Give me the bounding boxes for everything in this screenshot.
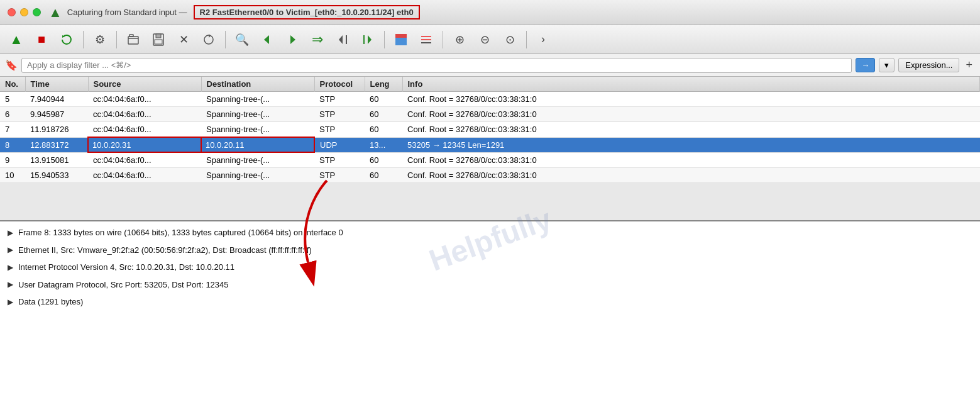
colorize-button[interactable] bbox=[390, 28, 412, 51]
cell-protocol: STP bbox=[314, 122, 365, 138]
cell-length: 60 bbox=[365, 168, 402, 183]
svg-marker-7 bbox=[264, 35, 269, 44]
table-header: No. Time Source Destination Protocol Len… bbox=[0, 77, 980, 92]
close-button[interactable] bbox=[8, 8, 16, 16]
detail-item[interactable]: ▶Frame 8: 1333 bytes on wire (10664 bits… bbox=[0, 224, 980, 242]
apply-filter-button[interactable]: → bbox=[856, 58, 875, 72]
detail-text: Internet Protocol Version 4, Src: 10.0.2… bbox=[18, 261, 234, 274]
maximize-button[interactable] bbox=[33, 8, 41, 16]
cell-destination: Spanning-tree-(... bbox=[201, 122, 314, 138]
table-row[interactable]: 812.88317210.0.20.3110.0.20.11UDP13...53… bbox=[0, 137, 980, 152]
cell-source: cc:04:04:6a:f0... bbox=[88, 107, 201, 122]
cell-info: 53205 → 12345 Len=1291 bbox=[402, 137, 980, 152]
col-header-time: Time bbox=[25, 77, 88, 92]
cell-time: 9.945987 bbox=[25, 107, 88, 122]
expand-arrow-icon[interactable]: ▶ bbox=[8, 244, 13, 255]
cell-info: Conf. Root = 32768/0/cc:03:38:31:0 bbox=[402, 107, 980, 122]
svg-rect-1 bbox=[128, 36, 138, 44]
goto-button[interactable]: ⇒ bbox=[306, 28, 329, 51]
expression-button[interactable]: Expression... bbox=[898, 58, 959, 72]
cell-protocol: STP bbox=[314, 152, 365, 168]
more-button[interactable]: › bbox=[532, 28, 554, 51]
expand-arrow-icon[interactable]: ▶ bbox=[8, 262, 13, 273]
cell-length: 60 bbox=[365, 107, 402, 122]
content-area: Helpfully No. Time Source Destination Pr… bbox=[0, 77, 980, 402]
save-file-button[interactable] bbox=[147, 28, 170, 51]
preferences-button[interactable]: ⚙ bbox=[89, 28, 111, 51]
detail-text: User Datagram Protocol, Src Port: 53205,… bbox=[18, 279, 229, 291]
filter-dropdown-button[interactable]: ▾ bbox=[879, 58, 895, 72]
col-header-destination: Destination bbox=[201, 77, 314, 92]
cell-protocol: STP bbox=[314, 107, 365, 122]
back-button[interactable] bbox=[256, 28, 278, 51]
detail-item[interactable]: ▶Internet Protocol Version 4, Src: 10.0.… bbox=[0, 259, 980, 276]
wireshark-icon: ▲ bbox=[48, 4, 62, 21]
open-file-button[interactable] bbox=[122, 28, 145, 51]
cell-destination: Spanning-tree-(... bbox=[201, 107, 314, 122]
col-header-no: No. bbox=[0, 77, 25, 92]
search-button[interactable]: 🔍 bbox=[231, 28, 253, 51]
detail-pane: ▶Frame 8: 1333 bytes on wire (10664 bits… bbox=[0, 221, 980, 402]
restart-capture-button[interactable] bbox=[55, 28, 78, 51]
cell-source: cc:04:04:6a:f0... bbox=[88, 122, 201, 138]
expand-arrow-icon[interactable]: ▶ bbox=[8, 279, 13, 290]
close-file-button[interactable]: ✕ bbox=[172, 28, 195, 51]
cell-destination: Spanning-tree-(... bbox=[201, 168, 314, 183]
traffic-lights bbox=[8, 8, 41, 16]
filterbar: 🔖 → ▾ Expression... + bbox=[0, 54, 980, 77]
cell-time: 7.940944 bbox=[25, 92, 88, 107]
cell-destination: Spanning-tree-(... bbox=[201, 92, 314, 107]
packet-list[interactable]: No. Time Source Destination Protocol Len… bbox=[0, 77, 980, 221]
last-packet-button[interactable] bbox=[356, 28, 379, 51]
titlebar: ▲ Capturing from Standard input — R2 Fas… bbox=[0, 0, 980, 25]
first-packet-button[interactable] bbox=[331, 28, 354, 51]
zoom-reset-button[interactable]: ⊙ bbox=[498, 28, 521, 51]
autoscroll-button[interactable] bbox=[415, 28, 438, 51]
cell-source: cc:04:04:6a:f0... bbox=[88, 152, 201, 168]
cell-protocol: UDP bbox=[314, 137, 365, 152]
cell-no: 5 bbox=[0, 92, 25, 107]
expand-arrow-icon[interactable]: ▶ bbox=[8, 296, 13, 308]
cell-source: cc:04:04:6a:f0... bbox=[88, 168, 201, 183]
cell-time: 13.915081 bbox=[25, 152, 88, 168]
zoom-in-button[interactable]: ⊕ bbox=[448, 28, 471, 51]
toolbar: ▲ ■ ⚙ ✕ 🔍 ⇒ ⊕ ⊖ ⊙ › bbox=[0, 25, 980, 54]
detail-text: Frame 8: 1333 bytes on wire (10664 bits)… bbox=[18, 226, 343, 239]
separator-6 bbox=[526, 31, 527, 48]
filter-arrow-icon: → bbox=[861, 60, 869, 70]
cell-length: 13... bbox=[365, 137, 402, 152]
forward-button[interactable] bbox=[281, 28, 304, 51]
filter-input[interactable] bbox=[21, 58, 852, 73]
title-prefix: Capturing from Standard input — bbox=[67, 8, 187, 17]
start-capture-button[interactable]: ▲ bbox=[5, 28, 28, 51]
table-row[interactable]: 913.915081cc:04:04:6a:f0...Spanning-tree… bbox=[0, 152, 980, 168]
detail-item[interactable]: ▶Ethernet II, Src: Vmware_9f:2f:a2 (00:5… bbox=[0, 242, 980, 259]
col-header-length: Leng bbox=[365, 77, 402, 92]
separator-2 bbox=[116, 31, 117, 48]
zoom-out-button[interactable]: ⊖ bbox=[473, 28, 496, 51]
table-row[interactable]: 69.945987cc:04:04:6a:f0...Spanning-tree-… bbox=[0, 107, 980, 122]
detail-item[interactable]: ▶Data (1291 bytes) bbox=[0, 293, 980, 311]
col-header-info: Info bbox=[402, 77, 980, 92]
cell-no: 6 bbox=[0, 107, 25, 122]
cell-protocol: STP bbox=[314, 92, 365, 107]
minimize-button[interactable] bbox=[20, 8, 28, 16]
table-row[interactable]: 711.918726cc:04:04:6a:f0...Spanning-tree… bbox=[0, 122, 980, 138]
col-header-protocol: Protocol bbox=[314, 77, 365, 92]
cell-length: 60 bbox=[365, 152, 402, 168]
cell-info: Conf. Root = 32768/0/cc:03:38:31:0 bbox=[402, 152, 980, 168]
cell-destination: 10.0.20.11 bbox=[201, 137, 314, 152]
cell-length: 60 bbox=[365, 122, 402, 138]
cell-protocol: STP bbox=[314, 168, 365, 183]
expand-arrow-icon[interactable]: ▶ bbox=[8, 227, 13, 238]
cell-no: 9 bbox=[0, 152, 25, 168]
add-filter-button[interactable]: + bbox=[963, 59, 975, 72]
stop-capture-button[interactable]: ■ bbox=[30, 28, 53, 51]
table-row[interactable]: 57.940944cc:04:04:6a:f0...Spanning-tree-… bbox=[0, 92, 980, 107]
table-row[interactable]: 1015.940533cc:04:04:6a:f0...Spanning-tre… bbox=[0, 168, 980, 183]
detail-item[interactable]: ▶User Datagram Protocol, Src Port: 53205… bbox=[0, 276, 980, 294]
cell-info: Conf. Root = 32768/0/cc:03:38:31:0 bbox=[402, 92, 980, 107]
svg-marker-9 bbox=[339, 35, 343, 44]
dropdown-icon: ▾ bbox=[884, 60, 889, 70]
reload-file-button[interactable] bbox=[197, 28, 220, 51]
